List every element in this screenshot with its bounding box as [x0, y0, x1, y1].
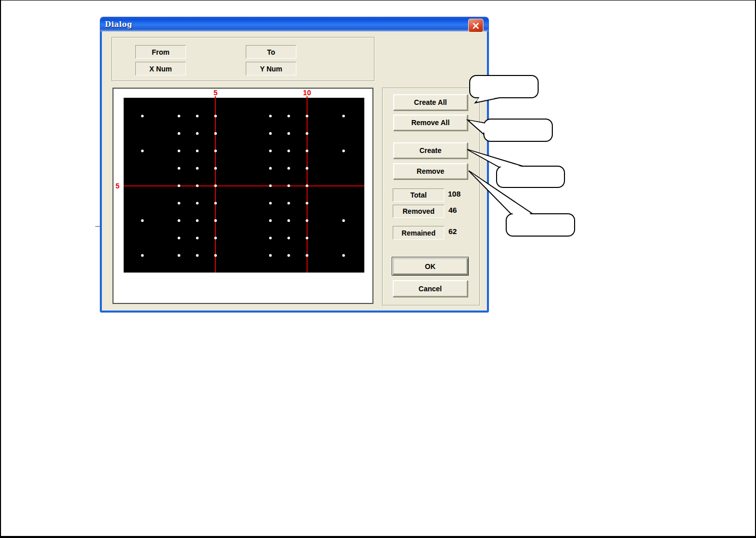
dot-r2-c8[interactable] [269, 132, 272, 135]
dot-r7-c3[interactable] [178, 219, 180, 222]
dot-r2-c5[interactable] [214, 132, 217, 135]
document-page: Dialog From To X Num Y Num 5105 Create A… [0, 0, 756, 538]
removed-label: Removed [393, 205, 444, 218]
axis-label-row5: 5 [116, 182, 120, 190]
dot-r1-c4[interactable] [196, 114, 199, 117]
dot-r9-c12[interactable] [343, 254, 345, 257]
dot-r3-c12[interactable] [343, 149, 345, 152]
dot-r9-c10[interactable] [306, 254, 308, 257]
dot-r2-c10[interactable] [306, 132, 308, 135]
dot-r6-c10[interactable] [306, 202, 308, 204]
close-button[interactable] [468, 19, 483, 32]
dot-r4-c4[interactable] [196, 167, 199, 170]
dot-r8-c9[interactable] [287, 237, 290, 239]
dot-r4-c5[interactable] [214, 167, 217, 170]
total-label: Total [393, 188, 444, 202]
cancel-button[interactable]: Cancel [393, 280, 468, 297]
dialog-title: Dialog [100, 20, 132, 28]
dot-r1-c1[interactable] [141, 114, 143, 117]
dot-r7-c5[interactable] [214, 219, 217, 222]
remove-button[interactable]: Remove [393, 163, 468, 179]
y-num-label: Y Num [246, 62, 296, 75]
dot-r3-c1[interactable] [141, 149, 143, 152]
dot-r4-c3[interactable] [178, 167, 180, 170]
dot-r1-c5[interactable] [214, 114, 217, 117]
dot-r8-c4[interactable] [196, 237, 199, 239]
dot-r1-c10[interactable] [306, 114, 308, 117]
dot-r5-c9[interactable] [287, 184, 290, 187]
dot-r7-c12[interactable] [343, 219, 345, 222]
dot-r7-c1[interactable] [141, 219, 143, 222]
plot-area[interactable] [124, 98, 364, 273]
dot-r7-c9[interactable] [287, 219, 290, 222]
dot-r3-c3[interactable] [178, 149, 180, 152]
dot-r7-c4[interactable] [196, 219, 199, 222]
dialog-window: Dialog From To X Num Y Num 5105 Create A… [100, 17, 488, 312]
dot-r3-c9[interactable] [287, 149, 290, 152]
dot-r1-c3[interactable] [178, 114, 180, 117]
dot-r1-c8[interactable] [269, 114, 272, 117]
dot-r3-c10[interactable] [306, 149, 308, 152]
page-margin-tick [95, 226, 100, 227]
dot-r6-c8[interactable] [269, 202, 272, 204]
remained-label: Remained [393, 226, 444, 240]
dot-r8-c3[interactable] [178, 237, 180, 239]
dot-r2-c4[interactable] [196, 132, 199, 135]
dot-r8-c10[interactable] [306, 237, 308, 239]
dot-r4-c9[interactable] [287, 167, 290, 170]
close-icon [472, 22, 479, 29]
from-label: From [135, 45, 186, 59]
dot-r4-c8[interactable] [269, 167, 272, 170]
dot-r6-c9[interactable] [287, 202, 290, 204]
dot-r8-c5[interactable] [214, 237, 217, 239]
dot-r9-c1[interactable] [141, 254, 143, 257]
ok-button[interactable]: OK [393, 258, 468, 275]
dot-r8-c8[interactable] [269, 237, 272, 239]
dot-r9-c8[interactable] [269, 254, 272, 257]
removed-value: 46 [448, 206, 457, 214]
dot-r7-c10[interactable] [306, 219, 308, 222]
dot-r6-c3[interactable] [178, 202, 180, 204]
to-label: To [246, 45, 296, 59]
dot-r6-c4[interactable] [196, 202, 199, 204]
dot-r1-c12[interactable] [343, 114, 345, 117]
dot-grid-preview[interactable]: 5105 [112, 88, 373, 304]
create-button[interactable]: Create [393, 142, 468, 159]
dot-r9-c9[interactable] [287, 254, 290, 257]
dialog-titlebar[interactable]: Dialog [100, 17, 488, 31]
create-all-button[interactable]: Create All [393, 94, 468, 110]
dot-r2-c3[interactable] [178, 132, 180, 135]
dot-r3-c5[interactable] [214, 149, 217, 152]
dot-r1-c9[interactable] [287, 114, 290, 117]
dot-grid-canvas[interactable]: 5105 [114, 89, 372, 303]
dot-r9-c5[interactable] [214, 254, 217, 257]
dot-r5-c10[interactable] [306, 184, 308, 187]
dot-r3-c4[interactable] [196, 149, 199, 152]
dot-r5-c5[interactable] [214, 184, 217, 187]
dot-r7-c8[interactable] [269, 219, 272, 222]
dot-r5-c8[interactable] [269, 184, 272, 187]
dot-r2-c9[interactable] [287, 132, 290, 135]
dot-r5-c4[interactable] [196, 184, 199, 187]
remove-all-button[interactable]: Remove All [393, 114, 468, 131]
dot-r3-c8[interactable] [269, 149, 272, 152]
axis-label-col5: 5 [214, 89, 218, 97]
x-num-label: X Num [135, 62, 186, 75]
dot-r9-c4[interactable] [196, 254, 199, 257]
remained-value: 62 [448, 227, 457, 236]
total-value: 108 [448, 189, 461, 198]
axis-label-col10: 10 [303, 89, 311, 97]
dot-r4-c10[interactable] [306, 167, 308, 170]
dot-r6-c5[interactable] [214, 202, 217, 204]
dot-r9-c3[interactable] [178, 254, 180, 257]
dot-r5-c3[interactable] [178, 184, 180, 187]
